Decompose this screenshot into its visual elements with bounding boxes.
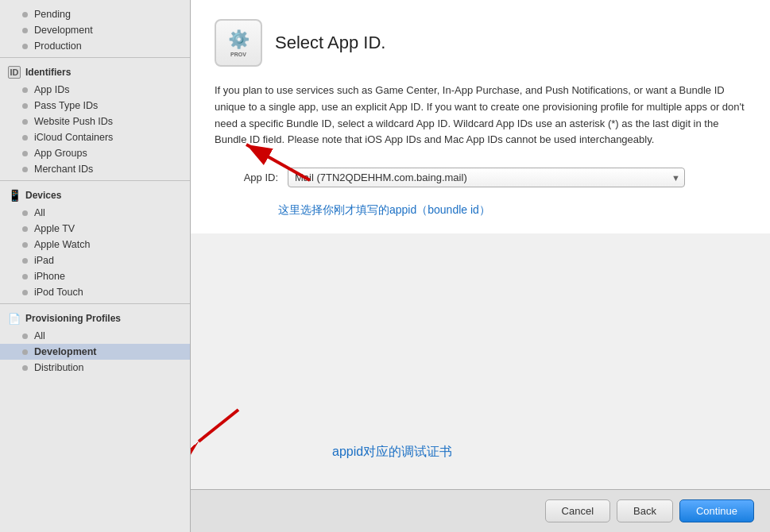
- bottom-bar: Cancel Back Continue: [191, 489, 770, 532]
- white-section: ⚙️ PROV Select App ID. If you plan to us…: [191, 0, 770, 233]
- sidebar-item-development-cert[interactable]: Development: [0, 22, 190, 38]
- sidebar-item-ipad[interactable]: iPad: [0, 253, 190, 268]
- devices-section-header: 📱 Devices: [0, 184, 190, 205]
- red-arrow-bottom: [191, 386, 350, 465]
- continue-button[interactable]: Continue: [679, 499, 754, 522]
- hint-container: 这里选择你刚才填写的appid（boundle id）: [278, 200, 746, 218]
- app-id-select-wrapper: Mail (7TN2QDEHHM.com.baing.mail) ▼: [288, 168, 685, 187]
- hint-row: 这里选择你刚才填写的appid（boundle id）: [278, 200, 746, 218]
- provisioning-icon: 📄: [8, 312, 21, 325]
- iphone-dot: [22, 274, 28, 279]
- sidebar-item-development-profile[interactable]: Development: [0, 344, 190, 360]
- sidebar-item-production[interactable]: Production: [0, 38, 190, 54]
- all-devices-dot: [22, 210, 28, 216]
- sidebar-item-all-profiles[interactable]: All: [0, 328, 190, 344]
- sidebar-item-pending[interactable]: Pending: [0, 6, 190, 22]
- sidebar-item-apple-watch[interactable]: Apple Watch: [0, 237, 190, 253]
- website-push-dot: [22, 119, 28, 125]
- all-profiles-dot: [22, 333, 28, 339]
- sidebar-item-iphone[interactable]: iPhone: [0, 268, 190, 284]
- ipod-touch-dot: [22, 290, 28, 295]
- app-groups-dot: [22, 151, 28, 156]
- content-scroll: ⚙️ PROV Select App ID. If you plan to us…: [191, 0, 770, 489]
- content-header: ⚙️ PROV Select App ID.: [215, 19, 746, 67]
- annotation-text-bottom: appid对应的调试证书: [332, 444, 452, 461]
- development-cert-dot: [22, 28, 28, 33]
- svg-line-3: [199, 410, 238, 441]
- gear-icon: ⚙️: [228, 29, 250, 50]
- pending-dot: [22, 12, 28, 17]
- sidebar-item-website-push-ids[interactable]: Website Push IDs: [0, 114, 190, 129]
- development-profile-dot: [22, 349, 28, 355]
- apple-watch-dot: [22, 242, 28, 248]
- main-content: ⚙️ PROV Select App ID. If you plan to us…: [191, 0, 770, 532]
- sidebar-item-app-ids[interactable]: App IDs: [0, 82, 190, 98]
- sidebar-item-ipod-touch[interactable]: iPod Touch: [0, 284, 190, 300]
- id-icon: ID: [8, 66, 21, 79]
- app-id-select[interactable]: Mail (7TN2QDEHHM.com.baing.mail): [288, 168, 685, 187]
- sidebar-item-icloud-containers[interactable]: iCloud Containers: [0, 129, 190, 145]
- provisioning-section-header: 📄 Provisioning Profiles: [0, 307, 190, 328]
- sidebar-item-distribution[interactable]: Distribution: [0, 360, 190, 376]
- gray-annotation-section: appid对应的调试证书: [191, 233, 770, 489]
- sidebar-item-apple-tv[interactable]: Apple TV: [0, 221, 190, 237]
- app-ids-dot: [22, 87, 28, 93]
- divider-1: [0, 57, 190, 58]
- divider-3: [0, 303, 190, 304]
- sidebar-item-merchant-ids[interactable]: Merchant IDs: [0, 161, 190, 177]
- sidebar-item-app-groups[interactable]: App Groups: [0, 145, 190, 161]
- divider-2: [0, 180, 190, 181]
- red-arrow-top: [230, 137, 326, 184]
- svg-line-1: [246, 145, 310, 180]
- distribution-dot: [22, 365, 28, 371]
- prov-icon: ⚙️ PROV: [215, 19, 262, 67]
- production-dot: [22, 44, 28, 49]
- icloud-dot: [22, 135, 28, 141]
- page-title: Select App ID.: [275, 33, 385, 53]
- pass-type-dot: [22, 103, 28, 109]
- cancel-button[interactable]: Cancel: [545, 499, 610, 522]
- sidebar-item-all-devices[interactable]: All: [0, 205, 190, 221]
- sidebar-item-pass-type-ids[interactable]: Pass Type IDs: [0, 98, 190, 114]
- ipad-dot: [22, 258, 28, 264]
- merchant-ids-dot: [22, 167, 28, 172]
- identifiers-section-header: ID Identifiers: [0, 61, 190, 82]
- hint-text: 这里选择你刚才填写的appid（boundle id）: [278, 203, 490, 218]
- device-icon: 📱: [8, 189, 21, 202]
- apple-tv-dot: [22, 226, 28, 232]
- sidebar: Pending Development Production ID Identi…: [0, 0, 191, 532]
- back-button[interactable]: Back: [617, 499, 673, 522]
